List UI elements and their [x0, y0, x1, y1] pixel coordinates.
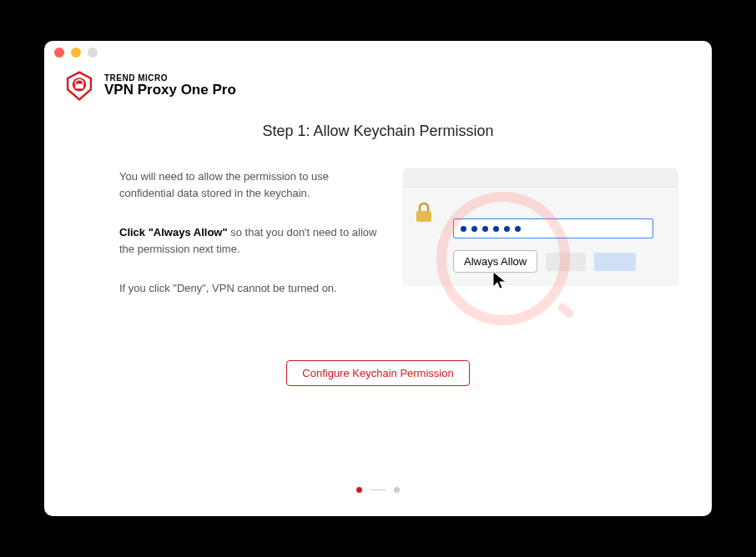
magnifier-handle-icon: [557, 302, 575, 319]
illustration-always-allow-button: Always Allow: [453, 250, 537, 273]
app-header: TREND MICRO VPN Proxy One Pro: [44, 64, 712, 108]
illustration-ghost-button-primary: [594, 253, 636, 271]
instruction-paragraph-1: You will need to allow the permission to…: [119, 168, 386, 201]
illustration-password-field: [453, 218, 653, 238]
password-dot: [493, 226, 499, 232]
window-minimize-button[interactable]: [71, 48, 81, 58]
password-dot: [515, 226, 521, 232]
svg-rect-2: [75, 84, 83, 89]
pager-dot-2[interactable]: [394, 487, 400, 493]
trend-micro-logo-icon: [64, 71, 94, 101]
password-dot: [471, 226, 477, 232]
configure-keychain-button[interactable]: Configure Keychain Permission: [286, 360, 469, 386]
instruction-paragraph-2: Click "Always Allow" so that you don't n…: [119, 224, 386, 257]
svg-rect-3: [416, 211, 431, 222]
illustration-button-row: Always Allow: [453, 250, 636, 273]
illustration-ghost-button: [546, 253, 586, 271]
keychain-illustration: Always Allow: [403, 168, 678, 335]
cursor-icon: [491, 270, 508, 294]
lock-icon: [415, 202, 433, 223]
password-dot: [482, 226, 488, 232]
illustration-dialog-titlebar: [404, 169, 678, 188]
instruction-paragraph-3: If you click "Deny", VPN cannot be turne…: [119, 280, 386, 297]
content-area: You will need to allow the permission to…: [44, 168, 712, 335]
brand-product: VPN Proxy One Pro: [104, 83, 236, 98]
brand-text: TREND MICRO VPN Proxy One Pro: [104, 73, 236, 98]
password-dot: [461, 226, 466, 232]
step-pager: [44, 487, 712, 493]
instructions-column: You will need to allow the permission to…: [119, 168, 386, 297]
window-titlebar: [44, 41, 712, 64]
pager-dot-1[interactable]: [356, 487, 362, 493]
pager-connector: [370, 489, 386, 490]
instruction-bold: Click "Always Allow": [119, 226, 228, 238]
window-zoom-button[interactable]: [88, 48, 98, 58]
password-dot: [504, 226, 510, 232]
step-title: Step 1: Allow Keychain Permission: [44, 123, 712, 140]
window-close-button[interactable]: [54, 48, 64, 58]
app-window: TREND MICRO VPN Proxy One Pro Step 1: Al…: [44, 41, 712, 516]
cta-row: Configure Keychain Permission: [44, 360, 712, 386]
